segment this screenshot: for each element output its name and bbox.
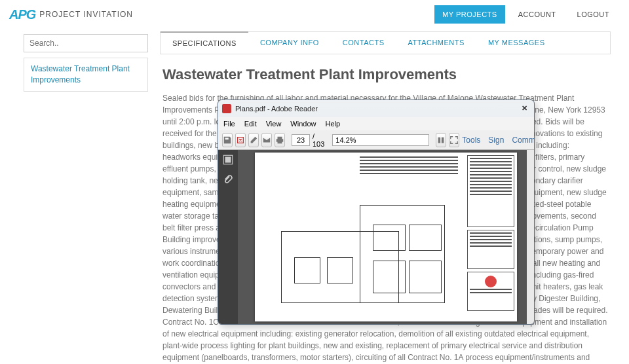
search-input[interactable] (24, 34, 148, 52)
nav-account[interactable]: ACCOUNT (510, 5, 564, 24)
mail-icon[interactable] (261, 133, 272, 147)
logo: APG (9, 7, 35, 22)
logo-subtitle: PROJECT INVITATION (39, 10, 133, 19)
tab-my-messages[interactable]: MY MESSAGES (476, 32, 557, 54)
close-icon[interactable]: ✕ (518, 104, 530, 113)
menu-view[interactable]: View (266, 120, 282, 128)
tabs: SPECIFICATIONS COMPANY INFO CONTACTS ATT… (160, 31, 611, 54)
pdf-app-icon (222, 104, 231, 113)
pdf-comment[interactable]: Comment (512, 136, 535, 145)
fullscreen-icon[interactable] (449, 133, 459, 147)
save-icon[interactable] (222, 133, 233, 147)
thumbnails-icon[interactable] (222, 154, 234, 166)
sidebar-project-link[interactable]: Wastewater Treatment Plant Improvements (24, 58, 148, 92)
zoom-input[interactable] (332, 134, 429, 146)
pdf-reader-window[interactable]: Plans.pdf - Adobe Reader ✕ File Edit Vie… (218, 100, 535, 325)
pdf-page (255, 153, 517, 321)
edit-icon[interactable] (248, 133, 259, 147)
menu-file[interactable]: File (223, 120, 235, 128)
menu-edit[interactable]: Edit (244, 120, 257, 128)
read-mode-icon[interactable] (436, 133, 446, 147)
convert-icon[interactable] (235, 133, 246, 147)
tab-contacts[interactable]: CONTACTS (331, 32, 396, 54)
pdf-tools[interactable]: Tools (462, 136, 480, 145)
tab-specifications[interactable]: SPECIFICATIONS (161, 31, 248, 54)
menu-window[interactable]: Window (290, 120, 316, 128)
menu-help[interactable]: Help (325, 120, 340, 128)
pdf-sign[interactable]: Sign (488, 136, 504, 145)
print-icon[interactable] (275, 133, 285, 147)
pdf-window-title: Plans.pdf - Adobe Reader (235, 105, 318, 113)
pdf-page-area[interactable] (238, 150, 534, 324)
page-total: / 103 (313, 132, 324, 148)
tab-attachments[interactable]: ATTACHMENTS (396, 32, 476, 54)
page-title: Wastewater Treatment Plant Improvements (162, 66, 611, 83)
tab-company-info[interactable]: COMPANY INFO (248, 32, 331, 54)
nav-logout[interactable]: LOGOUT (569, 5, 617, 24)
page-number-input[interactable] (292, 134, 310, 146)
svg-rect-1 (225, 157, 231, 163)
pdf-scrollbar[interactable] (527, 150, 534, 324)
nav-my-projects[interactable]: MY PROJECTS (434, 5, 505, 24)
attachments-icon[interactable] (222, 173, 234, 185)
